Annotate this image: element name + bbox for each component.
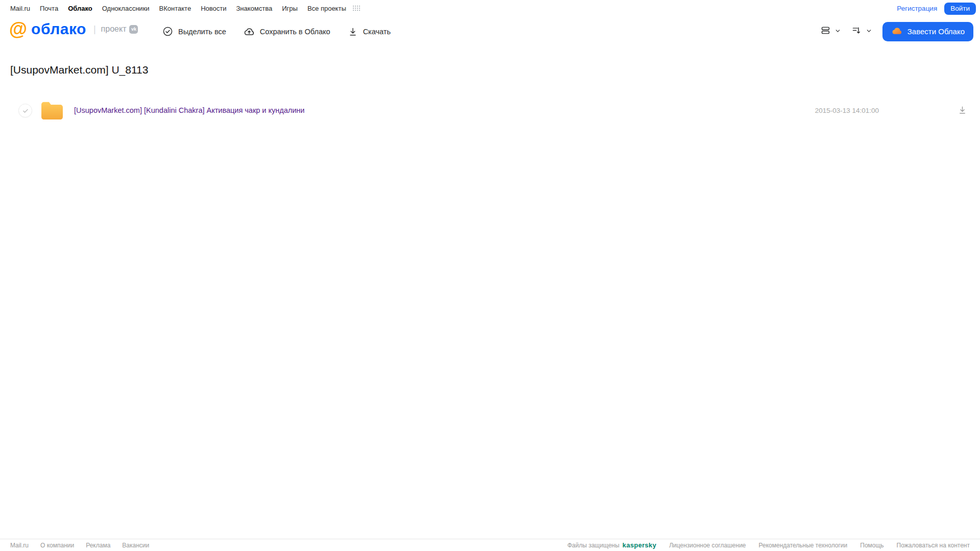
select-all-button[interactable]: Выделить все [162,26,226,37]
header-right-controls: Завести Облако [820,17,973,46]
footer-link-help[interactable]: Помощь [860,542,883,549]
nav-item-znakomstva[interactable]: Знакомства [236,5,272,12]
sort-selector[interactable] [851,25,872,38]
portal-nav-links: Mail.ru Почта Облако Одноклассники ВКонт… [10,5,361,12]
nav-item-vse-proekty[interactable]: Все проекты [307,5,346,12]
check-icon [22,107,29,114]
register-link[interactable]: Регистрация [897,5,937,12]
sort-descending-icon [851,25,862,38]
mailru-at-icon: @ [9,20,27,38]
cloud-upload-icon [244,26,255,37]
footer-link-mailru[interactable]: Mail.ru [10,542,29,549]
nav-item-vkontakte[interactable]: ВКонтакте [159,5,192,12]
cloud-wordmark: облако [31,20,86,38]
portal-nav-auth: Регистрация Войти [897,3,976,15]
footer-right-links: Файлы защищены kaspersky Лицензионное со… [567,541,970,549]
nav-item-novosti[interactable]: Новости [201,5,226,12]
file-row: [UsupovMarket.com] [Kundalini Chakra] Ак… [0,99,980,123]
footer: Mail.ru О компании Реклама Вакансии Файл… [0,539,980,551]
get-cloud-button[interactable]: Завести Облако [882,22,973,41]
nav-item-mailru[interactable]: Mail.ru [10,5,30,12]
vk-badge-icon: vk [129,25,138,34]
download-icon [348,27,358,37]
project-label: проект [101,25,127,34]
nav-item-odnoklassniki[interactable]: Одноклассники [102,5,150,12]
file-toolbar: Выделить все Сохранить в Облако Скачать [162,17,391,46]
chevron-down-icon [866,27,872,36]
logo-divider: | [93,24,96,35]
portal-nav: Mail.ru Почта Облако Одноклассники ВКонт… [0,0,980,17]
file-name-link[interactable]: [UsupovMarket.com] [Kundalini Chakra] Ак… [74,106,304,114]
save-to-cloud-button[interactable]: Сохранить в Облако [244,26,330,37]
nav-item-igry[interactable]: Игры [282,5,298,12]
nav-item-pochta[interactable]: Почта [40,5,58,12]
row-download-icon[interactable] [958,105,967,117]
footer-left-links: Mail.ru О компании Реклама Вакансии [10,542,149,549]
cloud-header: @ облако | проект vk Выделить все Сохран… [0,17,980,46]
footer-link-about[interactable]: О компании [40,542,74,549]
login-button[interactable]: Войти [944,3,976,15]
cloud-logo[interactable]: @ облако | проект vk [9,20,138,38]
footer-link-jobs[interactable]: Вакансии [122,542,149,549]
list-view-icon [820,25,831,38]
row-checkbox[interactable] [18,104,32,117]
nav-item-oblako[interactable]: Облако [68,5,92,12]
chevron-down-icon [834,27,841,36]
footer-link-ads[interactable]: Реклама [86,542,110,549]
cloud-icon [891,25,903,38]
file-date: 2015-03-13 14:01:00 [815,107,879,114]
download-button[interactable]: Скачать [348,27,391,37]
page-title: [UsupovMarket.com] U_8113 [10,64,148,76]
kaspersky-logo[interactable]: kaspersky [623,541,656,549]
protected-label: Файлы защищены [567,542,619,549]
footer-link-report-content[interactable]: Пожаловаться на контент [897,542,970,549]
footer-link-recommendation-tech[interactable]: Рекомендательные технологии [759,542,848,549]
check-circle-icon [162,26,173,37]
kaspersky-protection: Файлы защищены kaspersky [567,541,656,549]
apps-grid-icon[interactable] [353,6,361,12]
footer-link-license[interactable]: Лицензионное соглашение [669,542,746,549]
view-mode-selector[interactable] [820,25,841,38]
folder-icon[interactable] [40,100,64,123]
